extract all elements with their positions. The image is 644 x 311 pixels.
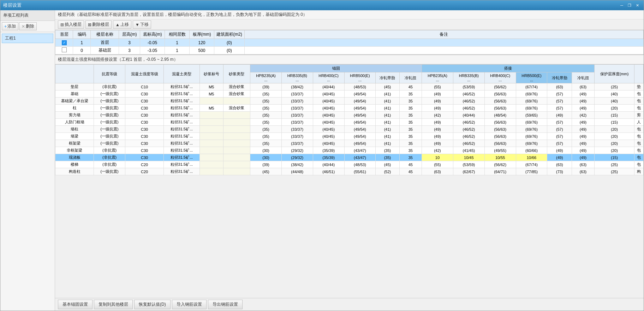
protect-cell[interactable]: (15) <box>594 154 634 161</box>
mortar-mark-cell[interactable] <box>199 112 223 119</box>
anc-cold2-cell[interactable]: 45 <box>399 161 422 168</box>
mortar-mark-cell[interactable] <box>199 140 223 147</box>
mortar-mark-cell[interactable] <box>199 161 223 168</box>
mortar-type-cell[interactable] <box>223 98 250 105</box>
lap-cold2-cell[interactable]: (49) <box>572 126 594 133</box>
side-label-cell[interactable]: 人 <box>634 119 644 126</box>
concrete-type-cell[interactable]: 粒径31.5矿... <box>164 140 200 147</box>
project-item[interactable]: 工程1 <box>2 34 53 43</box>
quake-level-cell[interactable]: (非抗震) <box>94 147 125 154</box>
anc-cold1-cell[interactable]: (41) <box>376 119 399 126</box>
concrete-grade-cell[interactable]: C30 <box>125 90 163 98</box>
data-table-row[interactable]: 墙柱(一级抗震)C30粒径31.5矿...(35)(33/37)(40/45)(… <box>55 126 644 133</box>
lap-cold1-cell[interactable]: (57) <box>547 140 572 147</box>
anc-hrb400-cell[interactable]: (35/39) <box>313 154 344 161</box>
concrete-grade-cell[interactable]: C20 <box>125 168 163 175</box>
anc-hrb335-cell[interactable]: (29/32) <box>281 154 313 161</box>
concrete-type-cell[interactable]: 粒径31.5矿... <box>164 168 200 175</box>
protect-cell[interactable]: (25) <box>594 161 634 168</box>
anc-hrb500-cell[interactable]: (48/53) <box>344 83 376 90</box>
quake-level-cell[interactable]: (一级抗震) <box>94 133 125 140</box>
concrete-grade-cell[interactable]: C30 <box>125 147 163 154</box>
anc-cold1-cell[interactable]: (41) <box>376 140 399 147</box>
lap-hpb-cell[interactable]: (63) <box>422 168 453 175</box>
anc-cold2-cell[interactable]: 45 <box>399 83 422 90</box>
quake-level-cell[interactable]: (一级抗震) <box>94 168 125 175</box>
mortar-mark-cell[interactable] <box>199 98 223 105</box>
anc-cold2-cell[interactable]: 35 <box>399 119 422 126</box>
anc-hrb400-cell[interactable]: (40/44) <box>313 83 344 90</box>
concrete-type-cell[interactable]: 粒径31.5矿... <box>164 83 200 90</box>
data-table-row[interactable]: 基础(一级抗震)C30粒径31.5矿...M5混合砂浆(35)(33/37)(4… <box>55 90 644 98</box>
protect-cell[interactable]: (40) <box>594 98 634 105</box>
quake-level-cell[interactable]: (非抗震) <box>94 83 125 90</box>
anc-hrb400-cell[interactable]: (40/45) <box>313 133 344 140</box>
lap-cold1-cell[interactable]: (63) <box>547 83 572 90</box>
side-label-cell[interactable]: 包 <box>634 154 644 161</box>
lap-hrb335-cell[interactable]: (46/52) <box>453 98 484 105</box>
lap-hpb-cell[interactable]: (49) <box>422 140 453 147</box>
lap-hrb500-cell[interactable]: (59/65) <box>516 112 547 119</box>
element-name-cell[interactable]: 柱 <box>55 105 94 112</box>
concrete-grade-cell[interactable]: C30 <box>125 112 163 119</box>
concrete-type-cell[interactable]: 粒径31.5矿... <box>164 133 200 140</box>
data-table-row[interactable]: 基础梁／承台梁(一级抗震)C30粒径31.5矿...(35)(33/37)(40… <box>55 98 644 105</box>
lap-hrb335-cell[interactable]: (46/52) <box>453 105 484 112</box>
lap-hrb400-cell[interactable]: (48/54) <box>484 112 516 119</box>
element-name-cell[interactable]: 现浇板 <box>55 154 94 161</box>
anc-cold2-cell[interactable]: 35 <box>399 133 422 140</box>
lap-cold1-cell[interactable]: (49) <box>547 147 572 154</box>
concrete-type-cell[interactable]: 粒径31.5矿... <box>164 154 200 161</box>
footer-btn-1[interactable]: 复制到其他楼层 <box>94 300 133 309</box>
anc-cold2-cell[interactable]: 35 <box>399 154 422 161</box>
side-label-cell[interactable]: 包 <box>634 90 644 98</box>
element-name-cell[interactable]: 垫层 <box>55 83 94 90</box>
concrete-grade-cell[interactable]: C30 <box>125 119 163 126</box>
concrete-type-cell[interactable]: 粒径31.5矿... <box>164 90 200 98</box>
anc-hrb400-cell[interactable]: (35/39) <box>313 147 344 154</box>
element-name-cell[interactable]: 非框架梁 <box>55 147 94 154</box>
lap-hrb335-cell[interactable]: (46/52) <box>453 133 484 140</box>
anc-cold2-cell[interactable]: 35 <box>399 105 422 112</box>
lap-hrb400-cell[interactable]: (49/55) <box>484 147 516 154</box>
anc-hpb-cell[interactable]: (35) <box>250 119 282 126</box>
anc-hrb400-cell[interactable]: (40/45) <box>313 140 344 147</box>
anc-hrb335-cell[interactable]: (44/48) <box>281 168 313 175</box>
lap-hrb500-cell[interactable]: (60/66) <box>516 147 547 154</box>
anc-hrb500-cell[interactable]: (49/54) <box>344 105 376 112</box>
mortar-type-cell[interactable]: 混合砂浆 <box>223 90 250 98</box>
lap-hpb-cell[interactable]: (55) <box>422 83 453 90</box>
element-name-cell[interactable]: 楼梯 <box>55 161 94 168</box>
anc-cold2-cell[interactable]: 35 <box>399 90 422 98</box>
anc-hrb335-cell[interactable]: (33/37) <box>281 105 313 112</box>
element-name-cell[interactable]: 人防门框墙 <box>55 119 94 126</box>
anc-hrb335-cell[interactable]: (38/42) <box>281 161 313 168</box>
minimize-button[interactable]: ─ <box>618 2 625 8</box>
concrete-grade-cell[interactable]: C20 <box>125 161 163 168</box>
lap-hrb400-cell[interactable]: (56/63) <box>484 119 516 126</box>
concrete-type-cell[interactable]: 粒径31.5矿... <box>164 105 200 112</box>
floor-first-checkbox[interactable] <box>62 40 67 45</box>
anc-hrb500-cell[interactable]: (49/54) <box>344 140 376 147</box>
anc-hrb335-cell[interactable]: (33/37) <box>281 119 313 126</box>
anc-hpb-cell[interactable]: (30) <box>250 147 282 154</box>
anc-hrb335-cell[interactable]: (33/37) <box>281 126 313 133</box>
anc-hrb400-cell[interactable]: (40/44) <box>313 161 344 168</box>
mortar-type-cell[interactable] <box>223 140 250 147</box>
side-label-cell[interactable]: 包 <box>634 133 644 140</box>
concrete-grade-cell[interactable]: C30 <box>125 98 163 105</box>
footer-btn-2[interactable]: 恢复默认值(D) <box>134 300 171 309</box>
anc-hrb400-cell[interactable]: (40/45) <box>313 126 344 133</box>
side-label-cell[interactable]: 包 <box>634 105 644 112</box>
anc-hrb500-cell[interactable]: (48/53) <box>344 161 376 168</box>
lap-hpb-cell[interactable]: (42) <box>422 147 453 154</box>
quake-level-cell[interactable]: (一级抗震) <box>94 112 125 119</box>
concrete-grade-cell[interactable]: C30 <box>125 154 163 161</box>
lap-hrb500-cell[interactable]: (69/76) <box>516 98 547 105</box>
mortar-mark-cell[interactable] <box>199 119 223 126</box>
mortar-mark-cell[interactable]: M5 <box>199 90 223 98</box>
anc-hrb335-cell[interactable]: (33/37) <box>281 90 313 98</box>
lap-hpb-cell[interactable]: (49) <box>422 90 453 98</box>
lap-cold1-cell[interactable]: (57) <box>547 119 572 126</box>
quake-level-cell[interactable]: (非抗震) <box>94 154 125 161</box>
